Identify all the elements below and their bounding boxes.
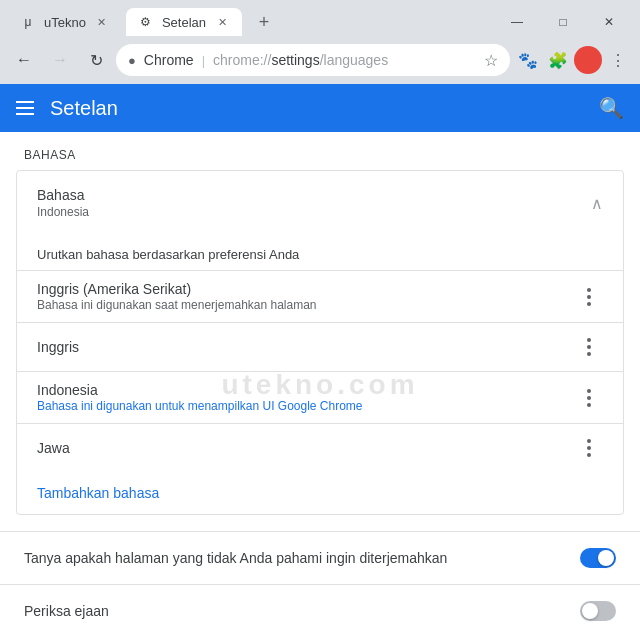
tab-utekno[interactable]: μ uTekno ✕	[8, 8, 122, 36]
english-menu-button[interactable]	[575, 333, 603, 361]
bahasa-row[interactable]: Bahasa Indonesia ∧	[17, 171, 623, 235]
forward-button: →	[44, 44, 76, 76]
url-prefix: chrome://	[213, 52, 271, 68]
address-bar[interactable]: ● Chrome | chrome://settings/languages ☆	[116, 44, 510, 76]
bahasa-subtitle: Indonesia	[37, 205, 591, 219]
bahasa-row-content: Bahasa Indonesia	[37, 187, 591, 219]
spell-check-toggle-knob	[582, 603, 598, 619]
language-item-indonesia: Indonesia Bahasa ini digunakan untuk men…	[17, 371, 623, 423]
add-language-section: Tambahkan bahasa	[17, 472, 623, 514]
english-us-content: Inggris (Amerika Serikat) Bahasa ini dig…	[37, 281, 575, 312]
close-button[interactable]: ✕	[586, 8, 632, 36]
extensions-puzzle-icon[interactable]: 🧩	[544, 46, 572, 74]
bookmark-star-icon[interactable]: ☆	[484, 51, 498, 70]
english-us-subtitle: Bahasa ini digunakan saat menerjemahkan …	[37, 298, 575, 312]
settings-page-title: Setelan	[50, 97, 118, 120]
indonesia-content: Indonesia Bahasa ini digunakan untuk men…	[37, 382, 575, 413]
english-us-title: Inggris (Amerika Serikat)	[37, 281, 575, 297]
translate-toggle-row: Tanya apakah halaman yang tidak Anda pah…	[0, 531, 640, 584]
spell-check-toggle-row: Periksa ejaan	[0, 584, 640, 637]
bahasa-chevron-icon: ∧	[591, 194, 603, 213]
lock-icon: ●	[128, 53, 136, 68]
tab-setelan-favicon: ⚙	[138, 14, 154, 30]
browser-frame: μ uTekno ✕ ⚙ Setelan ✕ + — □ ✕ ← → ↻ ● C…	[0, 0, 640, 637]
settings-body: utekno.com Bahasa Bahasa Indonesia ∧ Uru…	[0, 132, 640, 637]
address-separator: |	[202, 53, 205, 68]
indonesia-menu-button[interactable]	[575, 384, 603, 412]
add-language-link[interactable]: Tambahkan bahasa	[37, 485, 159, 501]
english-content: Inggris	[37, 339, 575, 355]
language-item-english: Inggris	[17, 322, 623, 371]
english-us-menu-button[interactable]	[575, 283, 603, 311]
translate-toggle[interactable]	[580, 548, 616, 568]
sort-instruction: Urutkan bahasa berdasarkan preferensi An…	[17, 235, 623, 270]
indonesia-subtitle: Bahasa ini digunakan untuk menampilkan U…	[37, 399, 575, 413]
tab-setelan-label: Setelan	[162, 15, 206, 30]
back-button[interactable]: ←	[8, 44, 40, 76]
browser-menu-icon[interactable]: ⋮	[604, 46, 632, 74]
reload-button[interactable]: ↻	[80, 44, 112, 76]
tab-strip: μ uTekno ✕ ⚙ Setelan ✕ +	[8, 8, 278, 36]
maximize-button[interactable]: □	[540, 8, 586, 36]
tab-utekno-close[interactable]: ✕	[94, 14, 110, 30]
settings-search-icon[interactable]: 🔍	[599, 96, 624, 120]
title-bar: μ uTekno ✕ ⚙ Setelan ✕ + — □ ✕	[0, 0, 640, 36]
indonesia-title: Indonesia	[37, 382, 575, 398]
browser-action-icons: 🐾 🧩 ⋮	[514, 46, 632, 74]
minimize-button[interactable]: —	[494, 8, 540, 36]
window-controls: — □ ✕	[494, 8, 632, 36]
section-bahasa: Bahasa	[0, 132, 640, 170]
translate-toggle-label: Tanya apakah halaman yang tidak Anda pah…	[24, 550, 580, 566]
user-avatar[interactable]	[574, 46, 602, 74]
extension-paw-icon[interactable]: 🐾	[514, 46, 542, 74]
url-settings: settings	[271, 52, 319, 68]
jawa-menu-button[interactable]	[575, 434, 603, 462]
new-tab-button[interactable]: +	[250, 8, 278, 36]
tab-setelan-close[interactable]: ✕	[214, 14, 230, 30]
hamburger-menu-button[interactable]	[16, 101, 34, 115]
jawa-title: Jawa	[37, 440, 575, 456]
tab-utekno-favicon: μ	[20, 14, 36, 30]
language-item-jawa: Jawa	[17, 423, 623, 472]
address-url: chrome://settings/languages	[213, 52, 388, 68]
settings-header: Setelan 🔍	[0, 84, 640, 132]
translate-toggle-knob	[598, 550, 614, 566]
tab-setelan[interactable]: ⚙ Setelan ✕	[126, 8, 242, 36]
bahasa-title: Bahasa	[37, 187, 591, 203]
language-item-english-us: Inggris (Amerika Serikat) Bahasa ini dig…	[17, 270, 623, 322]
url-suffix: /languages	[320, 52, 389, 68]
tab-utekno-label: uTekno	[44, 15, 86, 30]
navigation-bar: ← → ↻ ● Chrome | chrome://settings/langu…	[0, 36, 640, 84]
address-site: Chrome	[144, 52, 194, 68]
spell-check-toggle-label: Periksa ejaan	[24, 603, 580, 619]
spell-check-toggle[interactable]	[580, 601, 616, 621]
sort-label: Urutkan bahasa berdasarkan preferensi An…	[37, 247, 603, 262]
page-content: Setelan 🔍 utekno.com Bahasa Bahasa Indon…	[0, 84, 640, 637]
language-card: Bahasa Indonesia ∧ Urutkan bahasa berdas…	[16, 170, 624, 515]
english-title: Inggris	[37, 339, 575, 355]
jawa-content: Jawa	[37, 440, 575, 456]
